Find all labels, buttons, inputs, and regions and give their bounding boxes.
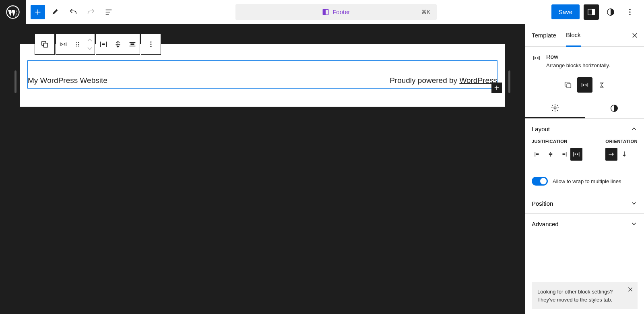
align-button[interactable] — [111, 34, 125, 54]
block-type-icon[interactable] — [56, 34, 70, 54]
svg-point-7 — [629, 11, 630, 12]
svg-point-8 — [629, 14, 630, 15]
footer-template-part[interactable]: My WordPress Website Proudly powered by … — [20, 44, 505, 107]
settings-tab[interactable] — [525, 98, 585, 118]
undo-button[interactable] — [66, 5, 80, 19]
tools-button[interactable] — [48, 5, 63, 19]
save-button[interactable]: Save — [551, 4, 580, 19]
justify-right[interactable] — [557, 148, 570, 161]
svg-point-14 — [78, 44, 79, 45]
position-panel-toggle[interactable]: Position — [525, 193, 644, 213]
command-bar-shortcut: ⌘K — [421, 9, 430, 15]
block-options-button[interactable] — [141, 34, 161, 54]
chevron-up-icon — [630, 125, 638, 132]
variation-group[interactable] — [560, 77, 576, 93]
justify-left[interactable] — [532, 148, 544, 161]
command-bar-label: Footer — [332, 8, 350, 15]
block-card: Row Arrange blocks horizontally. — [525, 47, 644, 75]
width-button[interactable] — [125, 34, 140, 54]
orientation-vertical[interactable] — [618, 148, 630, 161]
wp-logo[interactable] — [0, 0, 26, 24]
canvas-area[interactable]: My WordPress Website Proudly powered by … — [0, 24, 525, 314]
svg-rect-30 — [577, 153, 578, 155]
header-right: Save — [551, 4, 644, 20]
resize-handle-right[interactable] — [508, 70, 510, 93]
site-credit[interactable]: Proudly powered by WordPress — [390, 76, 497, 85]
credit-prefix: Proudly powered by — [390, 76, 459, 85]
row-block[interactable]: My WordPress Website Proudly powered by … — [27, 60, 497, 89]
svg-point-12 — [78, 42, 79, 43]
document-overview-button[interactable] — [101, 5, 116, 19]
variation-stack[interactable] — [594, 77, 609, 93]
svg-point-21 — [151, 46, 152, 47]
template-part-icon — [322, 8, 329, 16]
row-icon — [532, 53, 541, 63]
orientation-horizontal[interactable] — [605, 148, 617, 161]
wrap-toggle-row: Allow to wrap to multiple lines — [525, 171, 644, 193]
header-center: Footer ⌘K — [121, 4, 551, 20]
svg-point-6 — [629, 8, 630, 10]
editor-header: Footer ⌘K Save — [0, 0, 644, 24]
block-inserter-button[interactable] — [31, 5, 45, 19]
settings-sidebar-toggle[interactable] — [584, 4, 599, 20]
svg-point-24 — [554, 107, 556, 109]
resize-handle-left[interactable] — [14, 70, 17, 93]
svg-rect-28 — [563, 153, 566, 155]
wrap-toggle-label: Allow to wrap to multiple lines — [553, 178, 621, 184]
svg-rect-26 — [536, 153, 539, 155]
settings-sidebar: Template Block Row Arrange blocks horizo… — [525, 24, 644, 314]
justify-space-between[interactable] — [570, 148, 582, 161]
svg-rect-10 — [43, 43, 47, 47]
block-movers[interactable] — [85, 34, 95, 54]
svg-rect-23 — [567, 84, 571, 88]
notice-dismiss[interactable] — [627, 286, 634, 293]
redo-button[interactable] — [84, 5, 98, 19]
block-title: Row — [546, 53, 610, 60]
svg-point-15 — [76, 45, 77, 46]
styles-toggle[interactable] — [603, 4, 618, 20]
header-left-tools — [26, 5, 121, 19]
select-parent-button[interactable] — [35, 34, 54, 54]
justify-button[interactable] — [96, 34, 111, 54]
block-appender[interactable] — [491, 83, 502, 93]
move-down-icon[interactable] — [87, 44, 93, 52]
svg-point-20 — [151, 44, 152, 45]
svg-rect-29 — [575, 153, 576, 155]
svg-rect-27 — [549, 153, 552, 155]
advanced-panel-toggle[interactable]: Advanced — [525, 214, 644, 234]
drag-handle[interactable] — [70, 34, 85, 54]
command-bar[interactable]: Footer ⌘K — [235, 4, 437, 20]
justify-center[interactable] — [545, 148, 557, 161]
styles-icon — [610, 104, 619, 113]
chevron-down-icon — [630, 220, 638, 227]
block-toolbar — [35, 34, 161, 55]
sidebar-tabs: Template Block — [525, 24, 644, 47]
svg-point-13 — [76, 44, 77, 45]
position-panel: Position — [525, 193, 644, 214]
wrap-toggle[interactable] — [532, 177, 548, 186]
justification-label: JUSTIFICATION — [532, 139, 582, 144]
close-sidebar-button[interactable] — [631, 32, 638, 39]
svg-rect-4 — [592, 9, 594, 15]
styles-tab[interactable] — [585, 98, 644, 118]
tab-block[interactable]: Block — [566, 24, 581, 47]
orientation-label: ORIENTATION — [605, 139, 638, 144]
block-variations — [525, 75, 644, 98]
move-up-icon[interactable] — [87, 36, 93, 44]
svg-point-16 — [78, 45, 79, 46]
advanced-panel: Advanced — [525, 214, 644, 234]
styles-notice: Looking for other block settings? They'v… — [532, 282, 638, 309]
options-menu[interactable] — [622, 4, 638, 20]
block-description: Arrange blocks horizontally. — [546, 62, 610, 68]
svg-rect-18 — [130, 43, 134, 45]
layout-panel: Layout JUSTIFICATION ORIE — [525, 119, 644, 193]
svg-rect-2 — [323, 9, 326, 15]
variation-row[interactable] — [577, 77, 592, 93]
svg-rect-17 — [102, 43, 105, 45]
site-title[interactable]: My WordPress Website — [28, 76, 107, 85]
layout-panel-toggle[interactable]: Layout — [525, 119, 644, 139]
tab-template[interactable]: Template — [532, 25, 556, 46]
editor-main: My WordPress Website Proudly powered by … — [0, 24, 644, 314]
gear-icon — [551, 103, 559, 112]
chevron-down-icon — [630, 200, 638, 207]
